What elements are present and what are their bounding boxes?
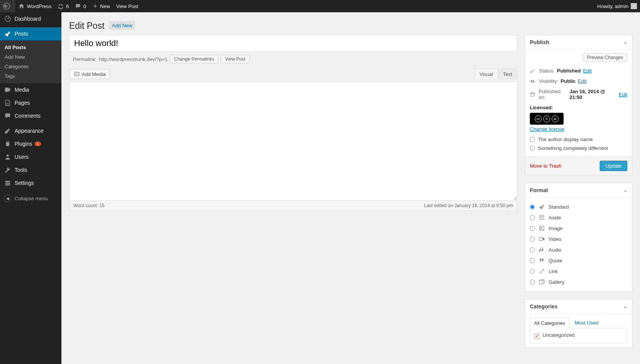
format-gallery-radio[interactable] <box>530 280 535 285</box>
toggle-icon: ▲ <box>623 40 627 44</box>
menu-pages[interactable]: Pages <box>0 96 61 109</box>
gallery-icon <box>538 278 546 286</box>
submenu-add-new[interactable]: Add New <box>0 52 61 62</box>
editor-tab-visual[interactable]: Visual <box>475 69 498 79</box>
page-title: Edit Post <box>69 21 104 31</box>
users-icon <box>4 153 12 161</box>
pin-icon <box>538 203 546 211</box>
publish-box-header[interactable]: Publish▲ <box>525 35 632 49</box>
menu-media[interactable]: Media <box>0 83 61 96</box>
format-video-radio[interactable] <box>530 237 535 242</box>
permalink-label: Permalink: <box>73 56 96 62</box>
format-box: Format▲ Standard Aside Image Video Audio… <box>525 183 632 292</box>
license-other-radio[interactable] <box>530 146 535 151</box>
post-content-editor[interactable] <box>69 82 517 201</box>
svg-rect-16 <box>539 237 543 240</box>
menu-comments[interactable]: Comments <box>0 109 61 122</box>
my-account-menu[interactable]: Howdy, admin <box>594 0 640 12</box>
category-item[interactable]: ✔Uncategorized <box>534 332 623 339</box>
image-icon <box>538 224 546 232</box>
site-name-menu[interactable]: WordPress <box>15 0 55 12</box>
cat-tab-most-used[interactable]: Most Used <box>571 318 602 328</box>
submenu-categories[interactable]: Categories <box>0 62 61 71</box>
categories-box-header[interactable]: Categories▲ <box>525 300 632 314</box>
tools-icon <box>4 166 12 174</box>
avatar <box>631 3 637 9</box>
audio-icon <box>538 246 546 254</box>
format-link-radio[interactable] <box>530 269 535 274</box>
format-standard-radio[interactable] <box>530 204 535 209</box>
view-post-label: View Post <box>116 3 139 9</box>
media-add-icon <box>73 71 79 77</box>
menu-appearance[interactable]: Appearance <box>0 124 61 137</box>
updates-menu[interactable]: 6 <box>55 0 72 12</box>
format-aside-radio[interactable] <box>530 215 535 220</box>
view-post-topbar[interactable]: View Post <box>113 0 142 12</box>
posts-submenu: All Posts Add New Categories Tags <box>0 40 61 83</box>
format-box-header[interactable]: Format▲ <box>525 183 632 198</box>
menu-dashboard[interactable]: Dashboard <box>0 12 61 25</box>
format-audio-radio[interactable] <box>530 247 535 252</box>
menu-tools[interactable]: Tools <box>0 163 61 176</box>
format-image-radio[interactable] <box>530 226 535 231</box>
toggle-icon: ▲ <box>623 305 627 309</box>
comments-menu[interactable]: 0 <box>72 0 89 12</box>
license-author-radio[interactable] <box>530 137 535 142</box>
editor-statusbar: Word count: 15 Last edited on January 16… <box>69 201 517 211</box>
submenu-tags[interactable]: Tags <box>0 71 61 81</box>
plugins-update-badge: 1 <box>35 142 41 146</box>
new-content-menu[interactable]: New <box>89 0 113 12</box>
format-quote-radio[interactable] <box>530 258 535 263</box>
media-icon <box>4 86 12 94</box>
updates-count: 6 <box>66 3 69 9</box>
settings-icon <box>4 179 12 187</box>
edit-date-link[interactable]: Edit <box>619 92 627 97</box>
submenu-all-posts[interactable]: All Posts <box>0 43 61 52</box>
editor-tab-text[interactable]: Text <box>498 69 517 79</box>
last-edited: Last edited on January 16, 2014 at 9:50 … <box>424 203 513 208</box>
site-name-label: WordPress <box>27 3 51 9</box>
categories-box: Categories▲ All Categories Most Used ✔Un… <box>525 299 632 348</box>
svg-point-8 <box>8 183 10 184</box>
calendar-icon <box>530 92 536 97</box>
video-icon <box>538 235 546 243</box>
toggle-icon: ▲ <box>623 188 627 193</box>
collapse-menu[interactable]: ◄ Collapse menu <box>0 191 61 205</box>
add-new-button[interactable]: Add New <box>109 21 136 30</box>
howdy-text: Howdy, admin <box>597 3 628 9</box>
add-media-button[interactable]: Add Media <box>69 69 110 79</box>
post-title-input[interactable] <box>69 35 517 52</box>
key-icon <box>530 68 537 74</box>
edit-status-link[interactable]: Edit <box>583 68 592 74</box>
plugins-icon <box>4 140 12 148</box>
menu-users[interactable]: Users <box>0 150 61 163</box>
view-post-button[interactable]: View Post <box>221 55 250 63</box>
visibility-icon <box>530 79 537 84</box>
preview-changes-button[interactable]: Preview Changes <box>583 53 627 62</box>
menu-posts[interactable]: Posts <box>0 27 61 40</box>
home-icon <box>18 3 25 9</box>
menu-plugins[interactable]: Plugins 1 <box>0 137 61 150</box>
change-permalinks-button[interactable]: Change Permalinks <box>170 55 218 63</box>
menu-settings[interactable]: Settings <box>0 176 61 189</box>
publish-box: Publish▲ Preview Changes Status: Publish… <box>525 35 632 175</box>
appearance-icon <box>4 127 12 135</box>
update-button[interactable]: Update <box>600 161 627 171</box>
svg-rect-17 <box>539 280 543 284</box>
move-to-trash-link[interactable]: Move to Trash <box>530 163 561 169</box>
plus-icon <box>93 3 98 9</box>
svg-rect-12 <box>531 93 534 96</box>
link-icon <box>538 267 546 275</box>
wp-logo-menu[interactable] <box>0 0 15 12</box>
edit-visibility-link[interactable]: Edit <box>578 78 586 84</box>
svg-point-3 <box>7 155 8 156</box>
permalink-url: http://wordpresstrunk.dev/?p=1 <box>99 56 167 62</box>
aside-icon <box>538 214 546 221</box>
wordpress-logo-icon <box>3 3 10 10</box>
cat-tab-all[interactable]: All Categories <box>530 318 569 328</box>
admin-bar: WordPress 6 0 New View Post Howdy, admin <box>0 0 640 12</box>
comment-icon <box>75 3 81 9</box>
pages-icon <box>4 99 12 107</box>
new-label: New <box>100 3 110 9</box>
change-license-link[interactable]: Change license <box>530 126 564 132</box>
